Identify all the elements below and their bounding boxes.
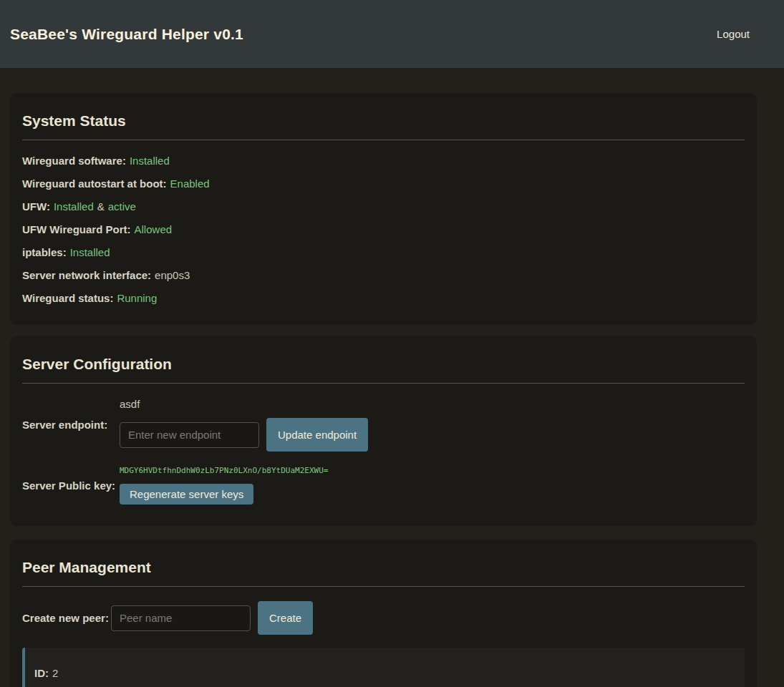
- peer-card: ID:2 Name:asdf Public Key:ckyOHj5Bk8707g…: [22, 648, 745, 687]
- create-peer-label: Create new peer:: [22, 612, 111, 624]
- peer-id-label: ID:: [34, 667, 49, 679]
- status-label: Wireguard autostart at boot:: [22, 177, 167, 190]
- server-configuration-title: Server Configuration: [22, 356, 745, 373]
- status-label: Wireguard software:: [22, 155, 126, 167]
- divider: [22, 140, 745, 140]
- divider: [22, 383, 745, 384]
- peer-management-title: Peer Management: [22, 559, 745, 576]
- create-peer-button[interactable]: Create: [258, 601, 313, 635]
- create-peer-row: Create new peer: Create: [22, 601, 745, 635]
- status-row-autostart: Wireguard autostart at boot:Enabled: [22, 178, 745, 189]
- app-header: SeaBee's Wireguard Helper v0.1 Logout: [0, 0, 784, 68]
- endpoint-input[interactable]: [120, 422, 259, 448]
- peer-id-value: 2: [52, 667, 58, 679]
- server-endpoint-current-value: asdf: [120, 398, 368, 410]
- status-value: Installed: [130, 155, 170, 167]
- create-peer-input-line: Create: [111, 601, 313, 635]
- status-value: enp0s3: [155, 269, 190, 281]
- status-separator: &: [97, 200, 105, 213]
- server-endpoint-body: asdf Update endpoint: [120, 398, 368, 452]
- logout-link[interactable]: Logout: [717, 28, 750, 40]
- server-public-key-label: Server Public key:: [22, 479, 120, 492]
- system-status-title: System Status: [22, 112, 745, 130]
- status-row-ufw-port: UFW Wireguard Port:Allowed: [22, 224, 745, 235]
- status-label: Server network interface:: [22, 269, 151, 281]
- status-row-ufw: UFW:Installed&active: [22, 201, 745, 212]
- status-row-network-interface: Server network interface:enp0s3: [22, 270, 745, 281]
- regenerate-keys-button[interactable]: Regenerate server keys: [120, 484, 253, 505]
- server-public-key-row: Server Public key: MDGY6HVDtfhnDdhW0zLb7…: [22, 466, 745, 505]
- status-label: UFW Wireguard Port:: [22, 223, 131, 235]
- main-content: System Status Wireguard software:Install…: [0, 93, 784, 687]
- status-row-iptables: iptables:Installed: [22, 247, 745, 258]
- status-value: Allowed: [135, 223, 173, 235]
- status-value-2: active: [108, 200, 136, 213]
- app-title: SeaBee's Wireguard Helper v0.1: [10, 26, 243, 43]
- system-status-card: System Status Wireguard software:Install…: [10, 93, 757, 325]
- status-label: Wireguard status:: [22, 292, 113, 304]
- peer-id-line: ID:2: [34, 668, 734, 678]
- status-value: Running: [117, 292, 157, 304]
- status-value: Installed: [70, 246, 110, 258]
- status-value: Installed: [54, 200, 94, 213]
- server-endpoint-input-line: Update endpoint: [120, 418, 368, 452]
- peer-name-input[interactable]: [111, 605, 251, 631]
- server-endpoint-row: Server endpoint: asdf Update endpoint: [22, 398, 745, 452]
- status-row-wireguard-status: Wireguard status:Running: [22, 293, 745, 303]
- server-endpoint-label: Server endpoint:: [22, 419, 120, 431]
- server-public-key-body: MDGY6HVDtfhnDdhW0zLb7PNz0LXnO/b8YtDUaM2E…: [120, 466, 328, 505]
- server-public-key-value: MDGY6HVDtfhnDdhW0zLb7PNz0LXnO/b8YtDUaM2E…: [120, 466, 328, 475]
- status-row-wireguard-software: Wireguard software:Installed: [22, 155, 745, 166]
- status-label: iptables:: [22, 246, 67, 258]
- update-endpoint-button[interactable]: Update endpoint: [266, 418, 368, 452]
- status-value: Enabled: [170, 177, 210, 190]
- divider: [22, 586, 745, 587]
- peer-management-card: Peer Management Create new peer: Create …: [10, 540, 757, 687]
- server-configuration-card: Server Configuration Server endpoint: as…: [10, 336, 757, 526]
- status-label: UFW:: [22, 200, 50, 213]
- status-list: Wireguard software:Installed Wireguard a…: [22, 155, 745, 303]
